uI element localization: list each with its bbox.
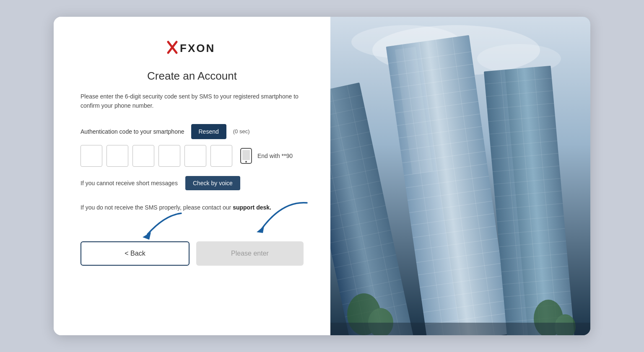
svg-rect-91	[330, 323, 590, 335]
svg-marker-7	[143, 232, 151, 240]
back-button[interactable]: < Back	[80, 241, 190, 266]
voice-check-row: If you cannot receive short messages Che…	[80, 176, 240, 190]
code-input-row: End with **90	[80, 145, 304, 167]
left-panel: FXON Create an Account Please enter the …	[54, 17, 330, 335]
code-digit-4[interactable]	[158, 145, 180, 167]
submit-button: Please enter	[196, 241, 304, 266]
if-cannot-text: If you cannot receive short messages	[80, 180, 178, 186]
code-digit-2[interactable]	[106, 145, 128, 167]
right-panel	[330, 17, 590, 335]
page-title: Create an Account	[80, 70, 304, 83]
building-illustration	[330, 17, 590, 335]
logo-area: FXON	[80, 39, 304, 58]
svg-point-6	[245, 161, 247, 163]
code-digit-1[interactable]	[80, 145, 102, 167]
resend-timer: (0 sec)	[233, 128, 250, 135]
svg-text:FXON: FXON	[180, 42, 215, 54]
action-buttons: < Back Please enter	[80, 241, 304, 266]
end-with-text: End with **90	[257, 153, 293, 159]
fxon-logo: FXON	[165, 39, 219, 58]
svg-rect-5	[242, 150, 250, 160]
page-description: Please enter the 6-digit security code s…	[80, 92, 299, 111]
support-link[interactable]: support desk.	[233, 204, 271, 211]
code-digit-5[interactable]	[184, 145, 206, 167]
resend-button[interactable]: Resend	[191, 124, 226, 139]
main-card: FXON Create an Account Please enter the …	[54, 17, 590, 335]
check-by-voice-button[interactable]: Check by voice	[185, 176, 240, 190]
support-note: If you do not receive the SMS properly, …	[80, 203, 304, 212]
auth-label: Authentication code to your smartphone	[80, 128, 184, 135]
code-digit-6[interactable]	[210, 145, 232, 167]
phone-icon	[239, 148, 253, 164]
code-digit-3[interactable]	[132, 145, 154, 167]
